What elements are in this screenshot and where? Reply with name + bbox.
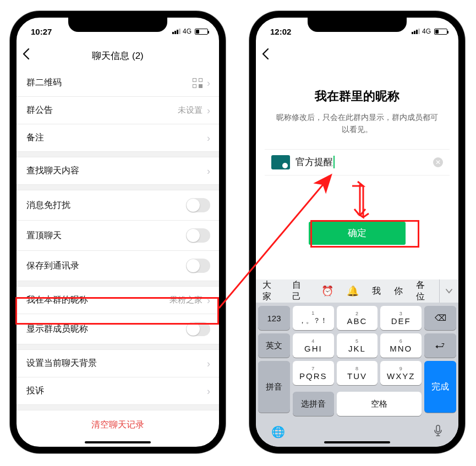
cell-show-member-nick[interactable]: 显示群成员昵称 (17, 314, 219, 344)
cell-complaint[interactable]: 投诉 › (17, 377, 219, 405)
nav-bar: 聊天信息 (2) (17, 42, 219, 69)
cell-label: 投诉 (26, 385, 44, 397)
chevron-right-icon: › (207, 106, 210, 116)
cell-value: 未设置 (178, 105, 203, 116)
keyboard: 大家 自己 ⏰ 🔔 我 你 各位 123 1，。？！ 2ABC 3DEF (256, 279, 458, 447)
key-done[interactable]: 完成 (424, 361, 456, 413)
cell-label: 备注 (26, 132, 44, 144)
nav-bar (256, 42, 458, 69)
qr-icon (193, 78, 203, 88)
key-pqrs[interactable]: 7PQRS (293, 361, 334, 385)
key-return[interactable]: ⮐ (424, 333, 456, 358)
cell-label: 群二维码 (26, 77, 62, 89)
avatar (271, 155, 290, 169)
cell-label: 消息免打扰 (26, 200, 70, 211)
key-jkl[interactable]: 5JKL (337, 333, 378, 358)
phone-right: 12:02 4G 我在群里的昵称 昵称修改后，只会在此群内显示，群内成员都可以看… (249, 11, 465, 453)
section-gap (17, 152, 219, 157)
suggestion-item[interactable]: 自己 (286, 279, 315, 303)
suggestion-more[interactable] (439, 279, 458, 303)
cell-sticky[interactable]: 置顶聊天 (17, 221, 219, 251)
cell-label: 群公告 (26, 105, 53, 116)
cell-clear-history[interactable]: 清空聊天记录 (17, 410, 219, 440)
nickname-input[interactable]: 官方提醒 (296, 156, 335, 168)
back-button[interactable] (261, 48, 269, 63)
settings-list: 群二维码 › 群公告 未设置 › 备注 › 查找聊天内容 › 消息免打扰 (17, 69, 219, 440)
network-label: 4G (422, 28, 431, 35)
keypad: 123 1，。？！ 2ABC 3DEF ⌫ 英文 (256, 303, 458, 421)
key-def[interactable]: 3DEF (380, 306, 422, 330)
suggestion-bar: 大家 自己 ⏰ 🔔 我 你 各位 (256, 279, 458, 303)
cell-mute[interactable]: 消息免打扰 (17, 190, 219, 221)
cell-label: 保存到通讯录 (26, 260, 79, 272)
battery-icon (434, 29, 447, 35)
cell-my-nickname[interactable]: 我在本群的昵称 果粉之家 › (17, 287, 219, 314)
cell-chat-background[interactable]: 设置当前聊天背景 › (17, 350, 219, 377)
cell-remark[interactable]: 备注 › (17, 124, 219, 152)
suggestion-item[interactable]: 我 (365, 286, 387, 297)
suggestion-item[interactable]: 大家 (256, 279, 286, 303)
home-indicator[interactable] (324, 441, 390, 443)
cell-group-notice[interactable]: 群公告 未设置 › (17, 97, 219, 124)
phone-notch (68, 18, 167, 32)
suggestion-item[interactable]: ⏰ (315, 285, 340, 297)
nickname-input-row[interactable]: 官方提醒 ✕ (265, 149, 450, 176)
key-wxyz[interactable]: 9WXYZ (380, 361, 422, 385)
svg-rect-0 (436, 425, 440, 432)
key-tuv[interactable]: 8TUV (337, 361, 378, 385)
home-indicator[interactable] (85, 441, 151, 443)
status-right: 4G (172, 28, 208, 35)
page-description: 昵称修改后，只会在此群内显示，群内成员都可以看见。 (256, 111, 458, 136)
cell-label: 查找聊天内容 (26, 165, 79, 177)
cell-group-qr[interactable]: 群二维码 › (17, 69, 219, 97)
phone-notch (308, 18, 407, 32)
battery-icon (195, 29, 208, 35)
nickname-edit-page: 我在群里的昵称 昵称修改后，只会在此群内显示，群内成员都可以看见。 官方提醒 ✕… (256, 88, 458, 245)
key-mno[interactable]: 6MNO (380, 333, 422, 358)
nav-title: 聊天信息 (2) (92, 50, 144, 62)
key-ghi[interactable]: 4GHI (293, 333, 334, 358)
clear-input-button[interactable]: ✕ (433, 157, 443, 167)
key-punct[interactable]: 1，。？！ (293, 306, 334, 330)
suggestion-item[interactable]: 🔔 (340, 285, 365, 297)
chevron-right-icon: › (207, 166, 210, 176)
section-gap (17, 344, 219, 350)
key-backspace[interactable]: ⌫ (424, 306, 456, 330)
signal-icon (172, 29, 180, 34)
cell-search-content[interactable]: 查找聊天内容 › (17, 157, 219, 185)
key-abc[interactable]: 2ABC (337, 306, 378, 330)
cell-label: 显示群成员昵称 (26, 324, 88, 335)
key-space[interactable]: 空格 (337, 392, 422, 416)
chevron-right-icon: › (207, 78, 210, 88)
toggle-sticky[interactable] (186, 228, 210, 243)
chevron-right-icon: › (207, 359, 210, 369)
page-title: 我在群里的昵称 (256, 88, 458, 105)
chevron-right-icon: › (207, 133, 210, 143)
cell-label: 置顶聊天 (26, 230, 62, 242)
toggle-save[interactable] (186, 259, 210, 273)
network-label: 4G (183, 28, 192, 35)
toggle-show-nick[interactable] (186, 322, 210, 336)
suggestion-item[interactable]: 你 (387, 286, 409, 297)
confirm-button[interactable]: 确定 (309, 222, 406, 245)
key-select-pinyin[interactable]: 选拼音 (293, 392, 334, 416)
cell-label: 我在本群的昵称 (26, 294, 88, 306)
section-gap (17, 281, 219, 287)
back-button[interactable] (22, 48, 30, 63)
section-gap (17, 405, 219, 410)
key-pinyin[interactable]: 拼音 (258, 361, 290, 413)
cell-label: 设置当前聊天背景 (26, 358, 97, 369)
cell-value: 果粉之家 (169, 295, 203, 305)
globe-icon[interactable]: 🌐 (271, 425, 285, 438)
key-english[interactable]: 英文 (258, 333, 290, 358)
status-time: 10:27 (31, 27, 52, 36)
phone-left: 10:27 4G 聊天信息 (2) 群二维码 › 群公告 未设置 › (10, 11, 226, 453)
suggestion-item[interactable]: 各位 (409, 279, 439, 303)
toggle-mute[interactable] (186, 198, 210, 212)
chevron-right-icon: › (207, 295, 210, 305)
mic-icon[interactable] (433, 425, 443, 440)
section-gap (17, 185, 219, 190)
signal-icon (412, 29, 420, 34)
key-123[interactable]: 123 (258, 306, 290, 330)
cell-save-contacts[interactable]: 保存到通讯录 (17, 251, 219, 281)
